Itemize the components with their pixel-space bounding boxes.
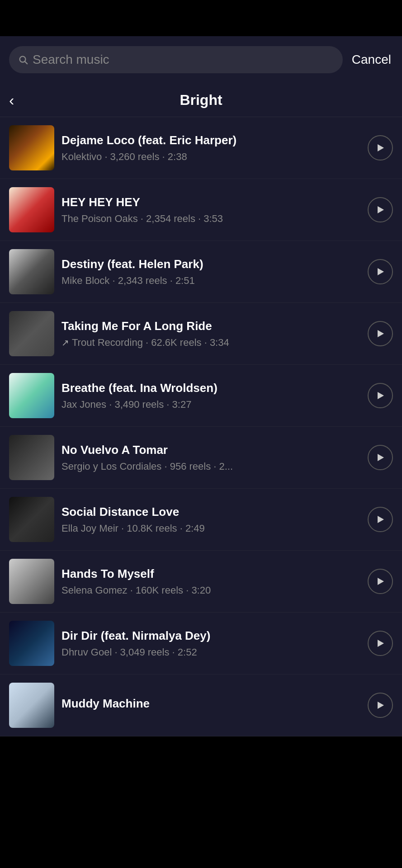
song-title: Taking Me For A Long Ride bbox=[61, 319, 360, 334]
song-meta-text: Trout Recording · 62.6K reels · 3:34 bbox=[72, 337, 229, 349]
play-button[interactable] bbox=[368, 135, 393, 160]
top-bar bbox=[0, 0, 402, 36]
play-button[interactable] bbox=[368, 197, 393, 222]
search-icon bbox=[18, 55, 28, 65]
song-thumbnail bbox=[9, 249, 54, 294]
svg-marker-2 bbox=[378, 144, 384, 151]
song-meta: Selena Gomez · 160K reels · 3:20 bbox=[61, 585, 360, 596]
svg-marker-11 bbox=[378, 702, 384, 709]
song-thumbnail bbox=[9, 621, 54, 666]
song-meta-text: Dhruv Goel · 3,049 reels · 2:52 bbox=[61, 646, 197, 658]
search-bar-row: Cancel bbox=[0, 36, 402, 83]
song-info: Social Distance LoveElla Joy Meir · 10.8… bbox=[61, 505, 360, 534]
song-title: Dir Dir (feat. Nirmalya Dey) bbox=[61, 628, 360, 644]
song-info: Muddy Machine bbox=[61, 696, 360, 714]
song-thumbnail bbox=[9, 311, 54, 356]
song-info: Destiny (feat. Helen Park)Mike Block · 2… bbox=[61, 257, 360, 287]
song-meta: Dhruv Goel · 3,049 reels · 2:52 bbox=[61, 646, 360, 658]
playlist-header: ‹ Bright bbox=[0, 83, 402, 117]
song-meta-text: Selena Gomez · 160K reels · 3:20 bbox=[61, 585, 211, 596]
song-info: No Vuelvo A TomarSergio y Los Cordiales … bbox=[61, 443, 360, 472]
song-info: Taking Me For A Long Ride↗Trout Recordin… bbox=[61, 319, 360, 349]
play-button[interactable] bbox=[368, 507, 393, 532]
song-thumbnail bbox=[9, 187, 54, 232]
play-button[interactable] bbox=[368, 259, 393, 284]
song-item[interactable]: HEY HEY HEYThe Poison Oaks · 2,354 reels… bbox=[0, 179, 402, 241]
svg-marker-3 bbox=[378, 206, 384, 213]
song-meta-text: Kolektivo · 3,260 reels · 2:38 bbox=[61, 151, 187, 163]
song-info: Hands To MyselfSelena Gomez · 160K reels… bbox=[61, 566, 360, 596]
song-thumbnail bbox=[9, 125, 54, 170]
song-item[interactable]: Social Distance LoveElla Joy Meir · 10.8… bbox=[0, 489, 402, 551]
song-item[interactable]: Hands To MyselfSelena Gomez · 160K reels… bbox=[0, 551, 402, 613]
song-meta: Jax Jones · 3,490 reels · 3:27 bbox=[61, 399, 360, 410]
search-input-wrapper[interactable] bbox=[9, 46, 343, 73]
svg-marker-5 bbox=[378, 330, 384, 337]
svg-marker-4 bbox=[378, 268, 384, 275]
song-meta-text: Mike Block · 2,343 reels · 2:51 bbox=[61, 275, 195, 287]
song-meta: The Poison Oaks · 2,354 reels · 3:53 bbox=[61, 213, 360, 225]
svg-line-1 bbox=[25, 61, 27, 64]
song-thumbnail bbox=[9, 559, 54, 604]
song-item[interactable]: Destiny (feat. Helen Park)Mike Block · 2… bbox=[0, 241, 402, 303]
song-meta-text: Ella Joy Meir · 10.8K reels · 2:49 bbox=[61, 523, 205, 534]
song-info: Breathe (feat. Ina Wroldsen)Jax Jones · … bbox=[61, 381, 360, 410]
song-item[interactable]: Muddy Machine bbox=[0, 675, 402, 736]
svg-marker-9 bbox=[378, 578, 384, 585]
song-info: Dejame Loco (feat. Eric Harper)Kolektivo… bbox=[61, 133, 360, 163]
play-button[interactable] bbox=[368, 383, 393, 408]
song-info: Dir Dir (feat. Nirmalya Dey)Dhruv Goel ·… bbox=[61, 628, 360, 658]
song-thumbnail bbox=[9, 683, 54, 728]
song-meta-text: Sergio y Los Cordiales · 956 reels · 2..… bbox=[61, 461, 233, 472]
song-item[interactable]: Dir Dir (feat. Nirmalya Dey)Dhruv Goel ·… bbox=[0, 613, 402, 675]
song-item[interactable]: Taking Me For A Long Ride↗Trout Recordin… bbox=[0, 303, 402, 365]
song-title: Social Distance Love bbox=[61, 505, 360, 520]
song-meta: Mike Block · 2,343 reels · 2:51 bbox=[61, 275, 360, 287]
song-meta: ↗Trout Recording · 62.6K reels · 3:34 bbox=[61, 337, 360, 349]
back-button[interactable]: ‹ bbox=[9, 92, 14, 108]
trending-icon: ↗ bbox=[61, 337, 69, 348]
svg-marker-6 bbox=[378, 392, 384, 399]
song-item[interactable]: No Vuelvo A TomarSergio y Los Cordiales … bbox=[0, 427, 402, 489]
play-button[interactable] bbox=[368, 445, 393, 470]
play-button[interactable] bbox=[368, 321, 393, 346]
song-meta: Ella Joy Meir · 10.8K reels · 2:49 bbox=[61, 523, 360, 534]
song-info: HEY HEY HEYThe Poison Oaks · 2,354 reels… bbox=[61, 195, 360, 225]
song-meta: Kolektivo · 3,260 reels · 2:38 bbox=[61, 151, 360, 163]
svg-marker-7 bbox=[378, 454, 384, 461]
song-meta-text: The Poison Oaks · 2,354 reels · 3:53 bbox=[61, 213, 223, 225]
song-item[interactable]: Breathe (feat. Ina Wroldsen)Jax Jones · … bbox=[0, 365, 402, 427]
song-title: Breathe (feat. Ina Wroldsen) bbox=[61, 381, 360, 396]
songs-list: Dejame Loco (feat. Eric Harper)Kolektivo… bbox=[0, 117, 402, 736]
search-input[interactable] bbox=[33, 52, 334, 67]
song-title: Hands To Myself bbox=[61, 566, 360, 582]
song-thumbnail bbox=[9, 497, 54, 542]
song-item[interactable]: Dejame Loco (feat. Eric Harper)Kolektivo… bbox=[0, 117, 402, 179]
cancel-button[interactable]: Cancel bbox=[350, 52, 393, 67]
song-title: HEY HEY HEY bbox=[61, 195, 360, 210]
song-thumbnail bbox=[9, 435, 54, 480]
svg-marker-8 bbox=[378, 516, 384, 523]
playlist-title: Bright bbox=[180, 92, 222, 108]
song-title: Dejame Loco (feat. Eric Harper) bbox=[61, 133, 360, 148]
play-button[interactable] bbox=[368, 569, 393, 594]
song-title: Destiny (feat. Helen Park) bbox=[61, 257, 360, 272]
song-meta: Sergio y Los Cordiales · 956 reels · 2..… bbox=[61, 461, 360, 472]
song-thumbnail bbox=[9, 373, 54, 418]
song-title: No Vuelvo A Tomar bbox=[61, 443, 360, 458]
svg-marker-10 bbox=[378, 640, 384, 647]
play-button[interactable] bbox=[368, 631, 393, 656]
song-title: Muddy Machine bbox=[61, 696, 360, 712]
play-button[interactable] bbox=[368, 693, 393, 718]
song-meta-text: Jax Jones · 3,490 reels · 3:27 bbox=[61, 399, 191, 410]
